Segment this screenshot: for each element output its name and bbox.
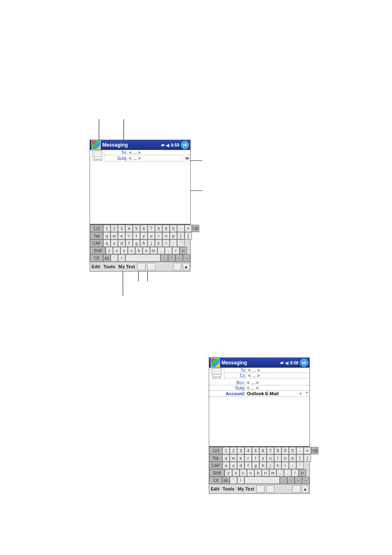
- key-shift[interactable]: Shift: [209, 469, 225, 477]
- key[interactable]: s: [230, 462, 237, 469]
- key[interactable]: -: [296, 447, 304, 454]
- ok-button[interactable]: ok: [181, 141, 189, 149]
- start-flag-icon[interactable]: [92, 140, 101, 150]
- key[interactable]: `: [111, 254, 118, 262]
- key[interactable]: t: [252, 454, 259, 462]
- key-up[interactable]: ↑: [287, 477, 295, 484]
- key[interactable]: m: [269, 469, 277, 477]
- key[interactable]: v: [247, 469, 254, 477]
- key-enter[interactable]: ↵: [180, 247, 187, 254]
- key[interactable]: a: [103, 240, 111, 247]
- key[interactable]: c: [120, 247, 128, 254]
- key[interactable]: f: [244, 462, 252, 469]
- key-left[interactable]: ←: [295, 477, 302, 484]
- key-left[interactable]: ←: [175, 254, 183, 262]
- key[interactable]: ]: [304, 454, 311, 462]
- key-backspace[interactable]: ⌫: [311, 447, 318, 454]
- key[interactable]: [: [177, 232, 184, 240]
- key[interactable]: 8: [274, 447, 281, 454]
- key[interactable]: k: [155, 240, 162, 247]
- key-123[interactable]: 123: [209, 447, 222, 454]
- key-down[interactable]: ↓: [161, 254, 168, 262]
- key-ctl[interactable]: Ctl: [90, 254, 103, 262]
- key[interactable]: w: [111, 232, 118, 240]
- key[interactable]: 1: [222, 447, 230, 454]
- cc-field[interactable]: < ... >: [248, 373, 309, 378]
- key[interactable]: i: [155, 232, 162, 240]
- ok-button[interactable]: ok: [300, 359, 308, 367]
- subj-field[interactable]: < ... >: [247, 385, 309, 390]
- connectivity-icon[interactable]: ⇄: [161, 143, 164, 147]
- key[interactable]: 9: [281, 447, 289, 454]
- recorder-icon[interactable]: [147, 263, 155, 270]
- key[interactable]: q: [222, 454, 230, 462]
- key[interactable]: ': [296, 462, 304, 469]
- key-tab[interactable]: Tab: [209, 454, 222, 462]
- key[interactable]: d: [118, 240, 125, 247]
- soft-keyboard[interactable]: 123 1 2 3 4 5 6 7 8 9 0 - = ⌫ Tab q w e …: [209, 446, 309, 484]
- key[interactable]: t: [133, 232, 140, 240]
- message-body[interactable]: [209, 397, 309, 446]
- key[interactable]: -: [177, 225, 184, 232]
- key[interactable]: 0: [289, 447, 296, 454]
- key[interactable]: 0: [170, 225, 177, 232]
- menu-edit[interactable]: Edit: [209, 486, 221, 491]
- sip-arrow-icon[interactable]: ▴: [302, 485, 309, 493]
- key[interactable]: o: [281, 454, 289, 462]
- key[interactable]: \: [237, 477, 244, 484]
- key[interactable]: r: [125, 232, 133, 240]
- key[interactable]: 4: [125, 225, 133, 232]
- key[interactable]: j: [148, 240, 155, 247]
- key[interactable]: /: [291, 469, 299, 477]
- key-right[interactable]: →: [183, 254, 190, 262]
- key[interactable]: j: [267, 462, 274, 469]
- send-button[interactable]: Send: [209, 368, 224, 380]
- key[interactable]: a: [222, 462, 230, 469]
- key[interactable]: =: [184, 225, 192, 232]
- key[interactable]: 6: [259, 447, 267, 454]
- key-backspace[interactable]: ⌫: [192, 225, 199, 232]
- key[interactable]: m: [150, 247, 157, 254]
- key[interactable]: \: [118, 254, 125, 262]
- key[interactable]: l: [281, 462, 289, 469]
- key[interactable]: b: [135, 247, 143, 254]
- key[interactable]: 4: [244, 447, 252, 454]
- key[interactable]: ,: [277, 469, 284, 477]
- key[interactable]: z: [106, 247, 113, 254]
- soft-keyboard[interactable]: 123 1 2 3 4 5 6 7 8 9 0 - = ⌫ Tab q w e …: [90, 224, 190, 262]
- subj-field[interactable]: < ... >: [129, 156, 184, 161]
- key[interactable]: p: [170, 232, 177, 240]
- collapse-fields-icon[interactable]: ⌃: [304, 391, 309, 396]
- key[interactable]: e: [118, 232, 125, 240]
- key[interactable]: g: [133, 240, 140, 247]
- key[interactable]: x: [232, 469, 240, 477]
- key[interactable]: r: [244, 454, 252, 462]
- key[interactable]: g: [252, 462, 259, 469]
- to-field[interactable]: < ... >: [129, 150, 190, 155]
- menu-mytext[interactable]: My Text: [117, 264, 136, 269]
- expand-fields-icon[interactable]: ≫: [184, 155, 190, 161]
- key[interactable]: i: [274, 454, 281, 462]
- key[interactable]: d: [237, 462, 244, 469]
- key[interactable]: o: [162, 232, 170, 240]
- connectivity-icon[interactable]: ⇄: [280, 361, 284, 365]
- key[interactable]: 7: [148, 225, 155, 232]
- menu-tools[interactable]: Tools: [221, 486, 236, 491]
- key[interactable]: 2: [111, 225, 118, 232]
- account-dropdown-icon[interactable]: ▾: [298, 391, 304, 396]
- key[interactable]: n: [143, 247, 150, 254]
- speaker-icon[interactable]: ◀: [285, 361, 288, 365]
- key[interactable]: ;: [289, 462, 296, 469]
- message-body[interactable]: [90, 162, 190, 224]
- key[interactable]: 2: [230, 447, 237, 454]
- key[interactable]: k: [274, 462, 281, 469]
- key-space[interactable]: [244, 477, 280, 484]
- key-shift[interactable]: Shift: [90, 247, 106, 254]
- key-intl[interactable]: áü: [103, 254, 111, 262]
- key[interactable]: .: [165, 247, 172, 254]
- key[interactable]: z: [225, 469, 232, 477]
- to-field[interactable]: < ... >: [248, 368, 309, 373]
- key-enter[interactable]: ↵: [299, 469, 306, 477]
- key[interactable]: x: [113, 247, 120, 254]
- menu-edit[interactable]: Edit: [90, 264, 102, 269]
